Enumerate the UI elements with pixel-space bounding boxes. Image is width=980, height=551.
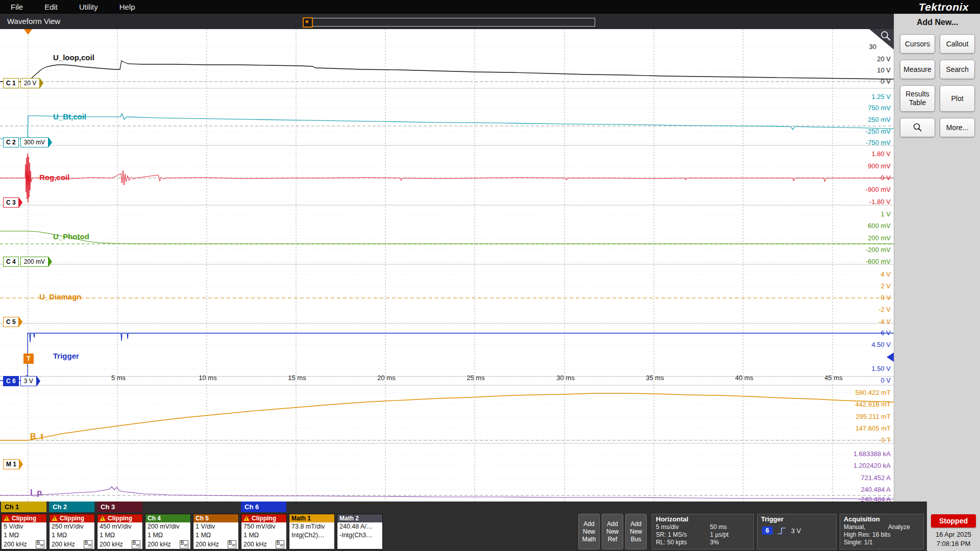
trigger-source-badge[interactable]: T xyxy=(23,354,34,364)
badge-ch2[interactable]: Clipping 250 mV/div 1 MΩ 200 kHzBW xyxy=(49,514,95,549)
add-new-bus-button[interactable]: Add New Bus xyxy=(625,514,647,549)
waveform-traces xyxy=(0,29,894,502)
clipping-warning-icon xyxy=(100,516,106,521)
badge-ch5[interactable]: Ch 5 1 V/div 1 MΩ 200 kHzBW xyxy=(193,514,239,549)
bandwidth-limit-icon: BW xyxy=(36,540,44,548)
badge-header: Clipping xyxy=(252,514,276,522)
add-cursors-button[interactable]: Cursors xyxy=(900,34,935,54)
axis-label: -600 mV xyxy=(866,258,891,266)
badge-ch1[interactable]: Clipping 5 V/div 1 MΩ 200 kHzBW xyxy=(1,514,47,549)
axis-label: -4 V xyxy=(878,318,891,326)
axis-label: 20 V xyxy=(877,55,891,63)
waveform-plot[interactable]: U_loop,coil U_Bt,coil Rog,coil U_Photod … xyxy=(0,29,894,502)
bandwidth-limit-icon: BW xyxy=(276,540,284,548)
add-measure-button[interactable]: Measure xyxy=(900,60,935,79)
badge-math1[interactable]: Math 1 73.8 mT/div Intg(Ch2)… xyxy=(289,514,335,549)
horizontal-pan-indicator[interactable] xyxy=(303,18,595,27)
add-plot-button[interactable]: Plot xyxy=(940,85,975,112)
trigger-level-marker[interactable] xyxy=(887,353,894,362)
axis-label: 2 V xyxy=(880,282,891,290)
trace-label-math2[interactable]: I_p xyxy=(30,488,42,497)
axis-label: 1.202420 kA xyxy=(853,462,891,470)
menu-help[interactable]: Help xyxy=(109,3,146,11)
tab-ch1[interactable]: Ch 1 xyxy=(1,502,46,512)
trigger-panel[interactable]: Trigger 6 3 V xyxy=(757,514,837,549)
axis-label: 900 mV xyxy=(868,162,891,170)
trace-label-math1[interactable]: B_t xyxy=(30,432,43,441)
channel-handle-ch4[interactable]: C 4 200 mV xyxy=(3,257,52,267)
bandwidth-limit-icon: BW xyxy=(180,540,188,548)
pan-handle[interactable] xyxy=(303,17,313,28)
add-callout-button[interactable]: Callout xyxy=(940,34,975,54)
clipping-warning-icon xyxy=(243,516,250,521)
zoom-corner-button[interactable] xyxy=(869,29,894,49)
trace-label-ch3[interactable]: Rog,coil xyxy=(39,173,69,182)
search-zoom-icon xyxy=(913,122,923,133)
zoom-button[interactable] xyxy=(900,118,935,137)
menu-edit[interactable]: Edit xyxy=(34,3,68,11)
menu-file[interactable]: File xyxy=(0,3,34,11)
trigger-position-marker[interactable] xyxy=(24,29,32,35)
badge-arrow xyxy=(37,376,40,386)
badge-header: Clipping xyxy=(60,514,84,522)
trace-c2 xyxy=(0,114,894,139)
bandwidth-limit-icon: BW xyxy=(84,540,92,548)
horizontal-panel[interactable]: Horizontal 5 ms/div50 ms SR: 1 MS/s1 µs/… xyxy=(652,514,754,549)
axis-label: 1 V xyxy=(880,210,891,218)
badge-ch4[interactable]: Ch 4 200 mV/div 1 MΩ 200 kHzBW xyxy=(145,514,191,549)
axis-label: -200 mV xyxy=(866,246,891,254)
axis-label: 10 V xyxy=(877,66,891,74)
axis-label: 600 mV xyxy=(868,222,891,230)
axis-label: 721.452 A xyxy=(861,474,891,482)
run-stop-button[interactable]: Stopped xyxy=(931,514,976,528)
trace-label-ch1[interactable]: U_loop,coil xyxy=(53,53,94,62)
add-results-table-button[interactable]: Results Table xyxy=(900,85,935,112)
axis-label: 1.80 V xyxy=(871,150,891,158)
axis-label: -900 mV xyxy=(866,186,891,194)
axis-label: 295.211 mT xyxy=(856,413,891,421)
channel-handle-ch1[interactable]: C 1 20 V xyxy=(3,78,43,88)
channel-handle-ch2[interactable]: C 2 300 mV xyxy=(3,137,52,147)
badge-math2[interactable]: Math 2 240.48 A/… -Intg(Ch3… xyxy=(337,514,383,549)
axis-label: 442.816 mT xyxy=(855,400,891,409)
tab-ch6[interactable]: Ch 6 xyxy=(241,502,286,512)
more-button[interactable]: More... xyxy=(940,118,975,137)
acquisition-panel[interactable]: Acquisition Manual,Analyze High Res: 16 … xyxy=(840,514,924,549)
channel-handle-math1[interactable]: M 1 xyxy=(3,459,23,469)
axis-label: 0 V xyxy=(880,78,891,86)
bandwidth-limit-icon: BW xyxy=(228,540,236,548)
badge-ch3[interactable]: Clipping 450 mV/div 1 MΩ 200 kHzBW xyxy=(97,514,143,549)
waveform-view-titlebar: Waveform View xyxy=(0,14,894,29)
tab-ch3[interactable]: Ch 3 xyxy=(97,502,142,512)
time-axis-label: 5 ms xyxy=(111,374,126,382)
time-axis-label: 35 ms xyxy=(646,374,664,382)
add-new-math-button[interactable]: Add New Math xyxy=(578,514,600,549)
axis-label: -1.80 V xyxy=(869,198,891,206)
axis-label: -2 V xyxy=(878,306,891,314)
axis-label: -250 mV xyxy=(866,128,891,136)
channel-handle-ch6[interactable]: C 6 3 V xyxy=(3,376,40,386)
trace-c3 xyxy=(0,154,894,203)
menu-utility[interactable]: Utility xyxy=(68,3,109,11)
channel-handle-ch3[interactable]: C 3 xyxy=(3,197,22,208)
trace-label-ch5[interactable]: U_Diamagn xyxy=(39,292,82,301)
trace-label-ch2[interactable]: U_Bt,coil xyxy=(53,112,86,121)
add-search-button[interactable]: Search xyxy=(940,60,975,79)
trace-label-ch4[interactable]: U_Photod xyxy=(53,232,89,241)
badge-ch6[interactable]: Clipping 750 mV/div 1 MΩ 200 kHzBW xyxy=(241,514,287,549)
axis-label: -240.484 A xyxy=(859,495,891,502)
badge-arrow xyxy=(19,317,22,327)
time-axis-label: 15 ms xyxy=(288,374,306,382)
tektronix-logo: Tektronix xyxy=(919,1,969,13)
tab-ch2[interactable]: Ch 2 xyxy=(49,502,94,512)
add-new-ref-button[interactable]: Add New Ref xyxy=(602,514,623,549)
time-axis-label: 20 ms xyxy=(377,374,395,382)
badge-arrow xyxy=(48,257,52,267)
trace-label-ch6[interactable]: Trigger xyxy=(53,352,79,360)
trigger-source-chip: 6 xyxy=(762,527,773,535)
run-status-area: Stopped 16 Apr 2025 7:08:16 PM xyxy=(927,502,980,551)
axis-label: 0 T xyxy=(881,436,891,444)
time-axis-label: 45 ms xyxy=(824,374,842,382)
channel-handle-ch5[interactable]: C 5 xyxy=(3,317,22,327)
results-bar: Add New... Cursors Callout Measure Searc… xyxy=(894,14,980,551)
